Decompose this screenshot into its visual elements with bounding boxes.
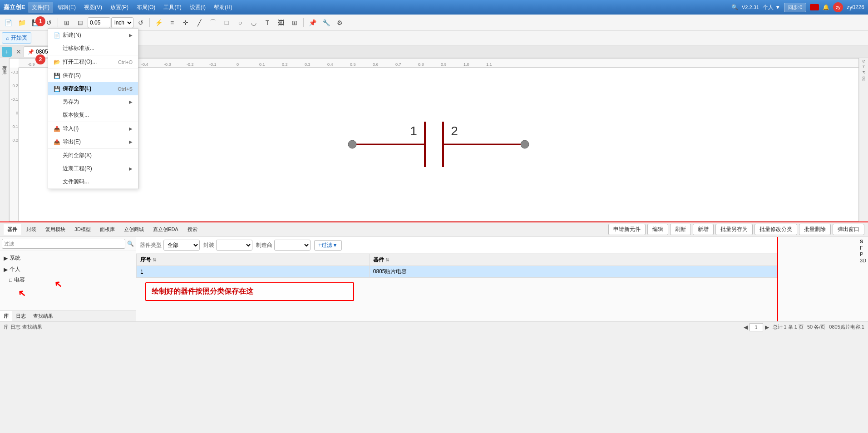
popup-btn[interactable]: 弹出窗口 (833, 224, 864, 235)
menu-source[interactable]: 文件源码... (48, 175, 138, 188)
filter-manufacturer-select[interactable] (274, 240, 311, 251)
menu-help[interactable]: 帮助(H) (210, 2, 236, 13)
lib-bottom-tab-search[interactable]: 查找结果 (30, 311, 57, 321)
home-icon: ⌂ (6, 35, 9, 41)
filter-plus-btn[interactable]: +过滤▼ (314, 240, 342, 251)
search-icon[interactable]: 🔍 (731, 4, 738, 10)
start-page-btn[interactable]: ⌂ 开始页 (2, 32, 31, 44)
menu-edit[interactable]: 编辑(E) (54, 2, 79, 13)
refresh-btn[interactable]: 刷新 (670, 224, 691, 235)
right-sidebar-icon-4[interactable]: 3D (862, 76, 866, 82)
menu-close-all[interactable]: 关闭全部(X) (48, 149, 138, 162)
filter-type-select[interactable]: 全部 (163, 240, 200, 251)
line-btn[interactable]: ╱ (193, 16, 206, 29)
bottom-tab-3d[interactable]: 3D模型 (71, 224, 94, 235)
sort-icon-name[interactable]: ⇅ (385, 257, 389, 262)
status-find-label[interactable]: 查找结果 (22, 324, 42, 330)
table-row[interactable]: 1 0805贴片电容 (137, 266, 777, 278)
batch-delete-btn[interactable]: 批量删除 (799, 224, 831, 235)
menu-settings[interactable]: 设置(I) (186, 2, 209, 13)
new-add-btn[interactable]: 新增 (693, 224, 714, 235)
open-file-btn[interactable]: 📁 (15, 16, 28, 29)
edit-btn[interactable]: 编辑 (647, 224, 668, 235)
menu-tools[interactable]: 工具(T) (160, 2, 185, 13)
right-sidebar-icon[interactable]: S (862, 60, 866, 63)
sort-icon-id[interactable]: ⇅ (153, 257, 156, 262)
grid-icon[interactable]: ⊞ (60, 16, 73, 29)
submenu-arrow-new: ▶ (129, 33, 133, 38)
text-btn[interactable]: T (261, 16, 274, 29)
right-tab-3d[interactable]: 3D (860, 258, 866, 263)
sync-button[interactable]: 同步:0 (784, 3, 806, 12)
menu-new[interactable]: 📄 新建(N) ▶ (48, 29, 138, 42)
user-id-label[interactable]: 个人 ▼ (763, 4, 780, 11)
rect-btn[interactable]: □ (220, 16, 233, 29)
menu-open[interactable]: 📂 打开工程(O)... Ctrl+O (48, 55, 138, 69)
image-btn[interactable]: 🖼 (275, 16, 287, 29)
lib-filter-input[interactable] (2, 239, 125, 249)
bus-btn[interactable]: ≡ (166, 16, 178, 29)
component-name-label: 0805贴片电容.1 (829, 324, 864, 330)
sidebar-icon-lib[interactable]: 库 (0, 64, 9, 68)
undo2-btn[interactable]: ↺ (134, 16, 147, 29)
lib-section-system-header[interactable]: ▶ 系统 (2, 253, 134, 263)
lib-bottom-tab-lib[interactable]: 库 (0, 311, 12, 321)
batch-modify-btn[interactable]: 批量修改分类 (755, 224, 797, 235)
wire-btn[interactable]: ⚡ (152, 16, 165, 29)
lib-bottom-tab-log[interactable]: 日志 (12, 311, 30, 321)
add-tab-btn[interactable]: + (2, 47, 12, 57)
avatar[interactable]: zy (833, 2, 843, 12)
prev-page-btn[interactable]: ◀ (744, 324, 748, 330)
menu-save[interactable]: 💾 保存(S) (48, 69, 138, 82)
filter-package-select[interactable] (216, 240, 252, 251)
page-input[interactable] (750, 323, 763, 331)
sidebar-icon-all[interactable]: 所有 (0, 60, 9, 64)
menu-save-all[interactable]: 💾 保存全部(L) Ctrl+S (48, 82, 138, 95)
right-sidebar-icon-3[interactable]: P (862, 71, 866, 74)
right-tab-s[interactable]: S (860, 239, 866, 244)
submenu-arrow-import: ▶ (129, 126, 133, 131)
bottom-tab-devices[interactable]: 器件 (4, 224, 21, 235)
component-btn[interactable]: 🔧 (320, 16, 332, 29)
bottom-tab-reuse[interactable]: 复用模块 (42, 224, 69, 235)
next-page-btn[interactable]: ▶ (765, 324, 769, 330)
left-sidebar: 所有 库 (0, 58, 9, 221)
status-bar: 库 日志 查找结果 ◀ ▶ 总计 1 条 1 页 50 各/页 0805贴片电容… (0, 321, 868, 332)
new-file-btn[interactable]: 📄 (2, 16, 15, 29)
grid-value-input[interactable] (88, 17, 110, 28)
status-log-label[interactable]: 日志 (10, 324, 20, 330)
menu-recent[interactable]: 近期工程(R) ▶ (48, 162, 138, 175)
right-tab-f[interactable]: F (860, 245, 866, 251)
junction-btn[interactable]: ✛ (179, 16, 192, 29)
close-all-tabs-btn[interactable]: ✕ (14, 47, 24, 57)
lib-section-personal-header[interactable]: ▶ 个人 (2, 264, 134, 275)
menu-layout[interactable]: 布局(O) (133, 2, 159, 13)
right-tab-p[interactable]: P (860, 251, 866, 257)
arc-btn[interactable]: ◡ (247, 16, 260, 29)
notification-icon[interactable]: 🔔 (823, 4, 829, 10)
bottom-tab-panel[interactable]: 面板库 (96, 224, 118, 235)
bottom-tab-shop[interactable]: 立创商城 (120, 224, 148, 235)
logo-text: 嘉立创E (4, 3, 25, 11)
settings-gear-btn[interactable]: ⚙ (333, 16, 346, 29)
table-btn[interactable]: ⊞ (288, 16, 301, 29)
grid-toggle-btn[interactable]: ⊟ (74, 16, 87, 29)
ellipse-btn[interactable]: ○ (234, 16, 247, 29)
menu-migrate[interactable]: 迁移标准版... (48, 42, 138, 55)
menu-view[interactable]: 视图(V) (80, 2, 106, 13)
unit-select[interactable]: inch mm (111, 17, 133, 28)
bottom-tab-search[interactable]: 搜索 (184, 224, 201, 235)
bottom-tab-packages[interactable]: 封装 (23, 224, 40, 235)
right-sidebar-icon-2[interactable]: F (862, 65, 866, 68)
apply-new-component-btn[interactable]: 申请新元件 (608, 224, 646, 235)
menu-file[interactable]: 文件(F) (28, 2, 53, 13)
menu-version-restore[interactable]: 版本恢复... (48, 108, 138, 122)
menu-place[interactable]: 放置(P) (107, 2, 132, 13)
menu-export[interactable]: 📤 导出(E) ▶ (48, 135, 138, 148)
menu-save-as[interactable]: 另存为 ▶ (48, 95, 138, 108)
pin-btn[interactable]: 📌 (306, 16, 319, 29)
batch-save-btn[interactable]: 批量另存为 (715, 224, 753, 235)
curve-btn[interactable]: ⌒ (207, 16, 219, 29)
bottom-tab-eda[interactable]: 嘉立创EDA (149, 224, 182, 235)
menu-import[interactable]: 📥 导入(I) ▶ (48, 122, 138, 135)
